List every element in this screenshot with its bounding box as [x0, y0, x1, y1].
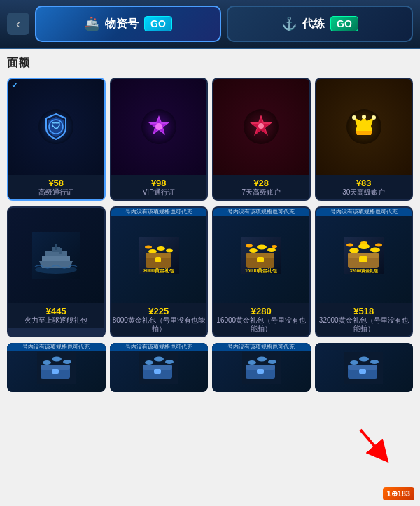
svg-rect-73: [348, 365, 377, 370]
gift-name-p5: 火力至上驱逐舰礼包: [10, 316, 103, 325]
svg-point-77: [370, 360, 379, 364]
svg-rect-18: [55, 244, 57, 250]
product-item-p1[interactable]: 🛡 ¥58 高级通行证: [7, 78, 106, 201]
gift-badge-p8: 号内没有该项规格也可代充: [316, 208, 412, 216]
svg-point-62: [154, 356, 164, 361]
svg-point-44: [358, 244, 370, 249]
product-label-p3: ¥28 7天高级账户: [214, 175, 309, 199]
svg-point-63: [165, 360, 174, 364]
svg-rect-66: [246, 365, 275, 370]
svg-rect-42: [359, 256, 368, 262]
partial-item-p9[interactable]: 号内没有该项规格也可代充: [7, 343, 106, 392]
gift-label-p5: ¥445 火力至上驱逐舰礼包: [8, 303, 104, 328]
svg-rect-32: [257, 257, 264, 262]
partial-item-p10[interactable]: 号内没有该项规格也可代充: [110, 343, 209, 392]
tab-supplies[interactable]: 🚢 物资号 GO: [35, 6, 221, 42]
gift-icon-p8: 号内没有该项规格也可代充: [316, 208, 412, 304]
partial-icon-p11: 号内没有该项规格也可代充: [212, 343, 311, 392]
svg-point-61: [145, 360, 153, 365]
partial-badge-p11: 号内没有该项规格也可代充: [212, 343, 311, 351]
tab-training[interactable]: ⚓ 代练 GO: [227, 6, 413, 42]
gift-label-p7: ¥280 16000黄金礼包（号里没有也能拍）: [214, 303, 309, 336]
partial-item-p11[interactable]: 号内没有该项规格也可代充: [212, 343, 311, 392]
gift-price-p8: ¥518: [318, 306, 411, 316]
product-grid-row1: 🛡 ¥58 高级通行证: [7, 78, 413, 201]
gift-name-p8: 32000黄金礼包（号里没有也能拍）: [318, 316, 411, 333]
tab-training-label: 代练: [302, 17, 325, 31]
product-name-p3: 7天高级账户: [215, 188, 308, 197]
svg-rect-74: [359, 369, 366, 374]
svg-rect-52: [41, 365, 70, 370]
product-icon-p1: 🛡: [8, 79, 104, 175]
partial-icon-p12: [315, 343, 414, 392]
product-label-p2: ¥98 VIP通行证: [111, 175, 207, 199]
back-button[interactable]: ‹: [7, 13, 29, 35]
product-item-p3[interactable]: ¥28 7天高级账户: [212, 78, 311, 201]
product-icon-p2: [111, 79, 207, 175]
gift-icon-p6: 号内没有该项规格也可代充: [111, 208, 207, 304]
header: ‹ 🚢 物资号 GO ⚓ 代练 GO: [0, 0, 420, 49]
gift-item-p7[interactable]: 号内没有该项规格也可代充: [212, 206, 311, 338]
svg-point-68: [248, 360, 256, 365]
product-price-p1: ¥58: [10, 178, 103, 188]
svg-point-70: [268, 360, 276, 364]
watermark: 1⊕183: [383, 487, 414, 500]
product-label-p1: ¥58 高级通行证: [8, 175, 104, 199]
svg-rect-60: [154, 369, 161, 374]
partial-badge-p10: 号内没有该项规格也可代充: [110, 343, 209, 351]
svg-point-8: [258, 123, 264, 129]
svg-point-37: [272, 245, 277, 248]
main-content: 面额 🛡: [0, 49, 420, 506]
svg-rect-16: [45, 251, 67, 256]
svg-point-26: [166, 248, 173, 252]
gift-label-p8: ¥518 32000黄金礼包（号里没有也能拍）: [316, 303, 412, 336]
gift-badge-p7: 号内没有该项规格也可代充: [214, 208, 309, 216]
go-badge-supplies: GO: [144, 16, 172, 31]
gift-price-p6: ¥225: [113, 306, 206, 316]
gift-price-p7: ¥280: [215, 306, 308, 316]
product-price-p4: ¥83: [318, 178, 411, 188]
svg-text:🛡: 🛡: [51, 120, 61, 132]
svg-point-48: [360, 241, 368, 244]
product-price-p3: ¥28: [215, 178, 308, 188]
gift-badge-p6: 号内没有该项规格也可代充: [111, 208, 207, 216]
gift-label-p6: ¥225 8000黄金礼包（号里没有也能拍）: [111, 303, 207, 336]
product-item-p4[interactable]: ★ ¥83 30天高级账户: [315, 78, 414, 201]
partial-item-p12[interactable]: [315, 343, 414, 392]
gift-item-p8[interactable]: 号内没有该项规格也可代充: [315, 206, 414, 338]
svg-rect-53: [52, 369, 59, 374]
svg-point-36: [246, 244, 253, 247]
go-badge-training: GO: [330, 16, 358, 31]
svg-rect-19: [59, 248, 62, 254]
svg-point-34: [257, 244, 267, 249]
product-icon-p3: [214, 79, 309, 175]
gift-item-p5[interactable]: ¥445 火力至上驱逐舰礼包: [7, 206, 106, 338]
svg-point-24: [148, 249, 157, 253]
svg-point-69: [257, 356, 267, 361]
svg-text:16000黄金礼包: 16000黄金礼包: [245, 267, 278, 274]
svg-text:32000黄金礼包: 32000黄金礼包: [349, 268, 379, 273]
svg-rect-23: [155, 257, 161, 262]
ship-icon: 🚢: [84, 16, 99, 31]
svg-point-56: [63, 360, 71, 364]
svg-point-25: [157, 246, 165, 251]
partial-badge-p9: 号内没有该项规格也可代充: [7, 343, 106, 351]
partial-icon-p10: 号内没有该项规格也可代充: [110, 343, 209, 392]
svg-point-11: [372, 115, 376, 120]
gift-name-p6: 8000黄金礼包（号里没有也能拍）: [113, 316, 206, 333]
gift-item-p6[interactable]: 号内没有该项规格也可代充: [110, 206, 209, 338]
gift-name-p7: 16000黄金礼包（号里没有也能拍）: [215, 316, 308, 333]
svg-point-45: [370, 247, 380, 252]
svg-point-55: [52, 356, 62, 361]
tab-supplies-label: 物资号: [105, 17, 139, 31]
anchor-icon: ⚓: [281, 16, 297, 31]
product-item-p2[interactable]: ¥98 VIP通行证: [110, 78, 209, 201]
svg-point-75: [350, 360, 358, 365]
svg-point-35: [267, 248, 276, 252]
gift-icon-p5: [8, 208, 104, 304]
svg-rect-59: [143, 365, 172, 370]
gift-icon-p7: 号内没有该项规格也可代充: [214, 208, 309, 304]
svg-point-27: [145, 245, 152, 248]
svg-point-76: [359, 356, 369, 361]
product-name-p4: 30天高级账户: [318, 188, 411, 197]
